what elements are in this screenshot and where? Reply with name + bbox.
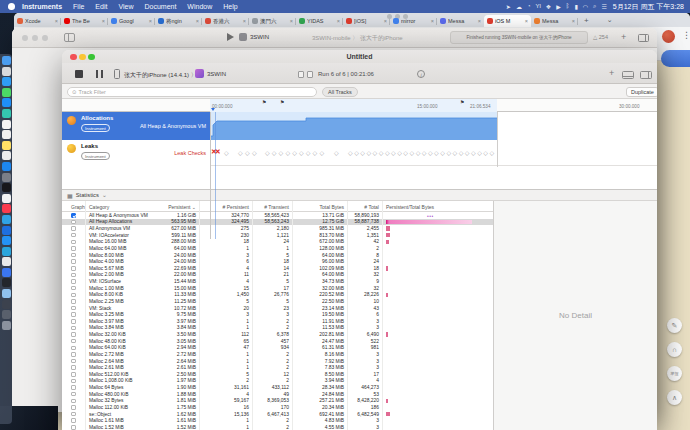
browser-tab[interactable]: Messa× <box>437 15 484 27</box>
column-header--total[interactable]: # Total <box>364 204 379 210</box>
xcode-minimize-button[interactable] <box>32 35 38 41</box>
scheme-name[interactable]: 3SWIN <box>250 34 269 40</box>
statistics-selector[interactable]: Statistics <box>76 192 99 198</box>
column-header-persistent[interactable]: Persistent ⌄ <box>168 204 196 210</box>
menu-item-help[interactable]: Help <box>223 3 237 10</box>
leak-check-diamond-icon[interactable]: ◇ <box>265 149 270 156</box>
table-row[interactable]: Malloc 16.00 MiB288.00 MiB1824672.00 MiB… <box>62 239 493 246</box>
table-row[interactable]: Malloc 112.00 KiB1.75 MiB1617020.34 MiB1… <box>62 404 493 411</box>
leaks-track-header[interactable]: Leaks Instrument Leak Checks <box>62 140 210 166</box>
table-row[interactable]: VM: IOSurface15.44 MiB4534.73 MiB9 <box>62 278 493 285</box>
dock-icon-messages[interactable] <box>2 88 11 97</box>
add-instrument-button[interactable]: + <box>609 68 614 78</box>
graph-checkbox[interactable] <box>71 352 76 357</box>
table-row[interactable]: VM: Stack10.72 MiB202323.14 MiB43 <box>62 305 493 312</box>
browser-tab[interactable]: 香港六× <box>202 15 249 27</box>
info-icon[interactable]: i <box>417 70 425 78</box>
leaks-track[interactable]: Leaks Instrument Leak Checks ✕✕ ◇◇◇◇◇◇◇◇… <box>62 140 657 166</box>
dock-icon-trash[interactable] <box>2 321 11 330</box>
leak-check-diamond-icon[interactable]: ◇ <box>245 149 250 156</box>
dock-icon-reminders[interactable] <box>2 151 11 160</box>
browser-tab[interactable]: Xcode× <box>14 15 61 27</box>
status-icon-5[interactable]: ▶ <box>556 3 561 10</box>
dock-icon-folder[interactable] <box>2 289 11 298</box>
status-icon-10[interactable]: ☰ <box>601 3 606 10</box>
page-float-edit-button[interactable]: ✎ <box>667 318 682 333</box>
browser-tab[interactable]: iOS M× <box>484 15 531 27</box>
apple-menu-icon[interactable] <box>8 3 15 10</box>
leak-check-diamond-icon[interactable]: ◇ <box>422 149 427 156</box>
table-row[interactable]: Malloc 512.00 KiB2.50 MiB5128.50 MiB17 <box>62 371 493 378</box>
graph-checkbox[interactable] <box>71 399 76 404</box>
column-header-graph[interactable]: Graph <box>71 204 85 210</box>
leak-check-diamond-icon[interactable]: ◇ <box>313 149 318 156</box>
status-icon-1[interactable]: ☁ <box>516 3 522 10</box>
browser-tab[interactable]: 将ngin× <box>155 15 202 27</box>
graph-checkbox[interactable] <box>71 240 76 245</box>
leak-check-diamond-icon[interactable]: ◇ <box>272 149 277 156</box>
graph-checkbox[interactable] <box>71 299 76 304</box>
status-icon-3[interactable]: Yl <box>536 3 541 10</box>
graph-checkbox[interactable] <box>71 339 76 344</box>
graph-checkbox[interactable] <box>71 306 76 311</box>
graph-checkbox[interactable] <box>71 385 76 390</box>
graph-checkbox[interactable] <box>71 220 76 225</box>
flag-icon[interactable]: ⚑ <box>280 99 284 105</box>
tab-close-icon[interactable]: × <box>149 18 152 24</box>
column-header-persistent-total-bytes[interactable]: Persistent/Total Bytes <box>386 204 434 210</box>
tab-close-icon[interactable]: × <box>102 18 105 24</box>
browser-tab[interactable]: 澳門六× <box>249 15 296 27</box>
table-row[interactable]: All Heap & Anonymous VM1.16 GiB324,77058… <box>62 212 493 219</box>
dock-icon-chrome[interactable] <box>2 194 11 203</box>
page-float-back-to-top-button[interactable]: ∧ <box>667 390 682 405</box>
dock-icon-mail[interactable] <box>2 98 11 107</box>
leak-check-diamond-icon[interactable]: ◇ <box>483 149 488 156</box>
page-float-report-button[interactable]: 举报 <box>667 366 682 381</box>
browser-profile-avatar[interactable] <box>662 30 675 43</box>
menu-item-window[interactable]: Window <box>187 3 212 10</box>
leak-check-diamond-icon[interactable]: ◇ <box>224 149 229 156</box>
bottom-pane-toggle-icon[interactable] <box>622 71 634 79</box>
leak-check-diamond-icon[interactable]: ◇ <box>279 149 284 156</box>
graph-checkbox[interactable] <box>71 392 76 397</box>
leak-check-diamond-icon[interactable]: ◇ <box>319 149 324 156</box>
dock-icon-vscode[interactable] <box>2 236 11 245</box>
playhead-marker[interactable] <box>211 108 215 111</box>
menu-bar-clock[interactable]: 5月12日 周五 下午3:28 <box>613 2 684 12</box>
leak-check-diamond-icon[interactable]: ◇ <box>334 149 339 156</box>
allocations-area-chart[interactable] <box>210 112 657 140</box>
dock-icon-app-store[interactable] <box>2 162 11 171</box>
timeline-ruler[interactable]: 00:00.00015:00.00021:06.53430:00.000 ⚑⚑⚑ <box>62 99 657 112</box>
browser-more-icon[interactable]: ⋮ <box>682 30 690 40</box>
dock-icon-telegram[interactable] <box>2 215 11 224</box>
table-row[interactable]: All Heap Allocations563.95 MiB324,49558,… <box>62 219 493 226</box>
browser-tab[interactable]: YIDAS× <box>296 15 343 27</box>
tab-close-icon[interactable]: × <box>478 18 481 24</box>
leak-check-diamond-icon[interactable]: ◇ <box>306 149 311 156</box>
minimize-button[interactable] <box>79 54 86 61</box>
browser-tab[interactable]: mirror× <box>390 15 437 27</box>
table-row[interactable]: Malloc 2.00 MiB22.00 MiB112164.00 MiB32 <box>62 272 493 279</box>
leak-check-diamond-icon[interactable]: ◇ <box>252 149 257 156</box>
dock-icon-docs[interactable] <box>2 268 11 277</box>
graph-checkbox[interactable] <box>71 293 76 298</box>
statistics-table-header[interactable]: GraphCategoryPersistent ⌄# Persistent# T… <box>62 201 493 212</box>
menu-item-instruments[interactable]: Instruments <box>22 3 62 10</box>
table-row[interactable]: Malloc 32 Bytes1.81 MiB59,1678,369,05325… <box>62 398 493 405</box>
graph-checkbox[interactable] <box>71 359 76 364</box>
stop-button[interactable] <box>75 70 83 78</box>
dock-icon-telegram-2[interactable] <box>2 247 11 256</box>
graph-checkbox[interactable] <box>71 418 76 423</box>
dock-icon-xcode[interactable] <box>2 226 11 235</box>
leak-check-diamond-icon[interactable]: ◇ <box>477 149 482 156</box>
dock-icon-settings[interactable] <box>2 173 11 182</box>
browser-tab[interactable]: [iOS]× <box>343 15 390 27</box>
table-row[interactable]: Malloc 8.00 MiB24.00 MiB3564.00 MiB8 <box>62 252 493 259</box>
table-row[interactable]: VM: IOAccelerator599.11 MiB2301,121813.7… <box>62 232 493 239</box>
table-row[interactable]: Malloc 4.00 MiB24.00 MiB61896.00 MiB24 <box>62 258 493 265</box>
leak-check-diamond-icon[interactable]: ◇ <box>360 149 365 156</box>
graph-checkbox[interactable] <box>71 279 76 284</box>
leak-check-diamond-icon[interactable]: ◇ <box>348 149 353 156</box>
table-row[interactable]: Malloc 1,008.00 KiB1.97 MiB223.94 MiB4 <box>62 378 493 385</box>
tab-close-icon[interactable]: × <box>243 18 246 24</box>
